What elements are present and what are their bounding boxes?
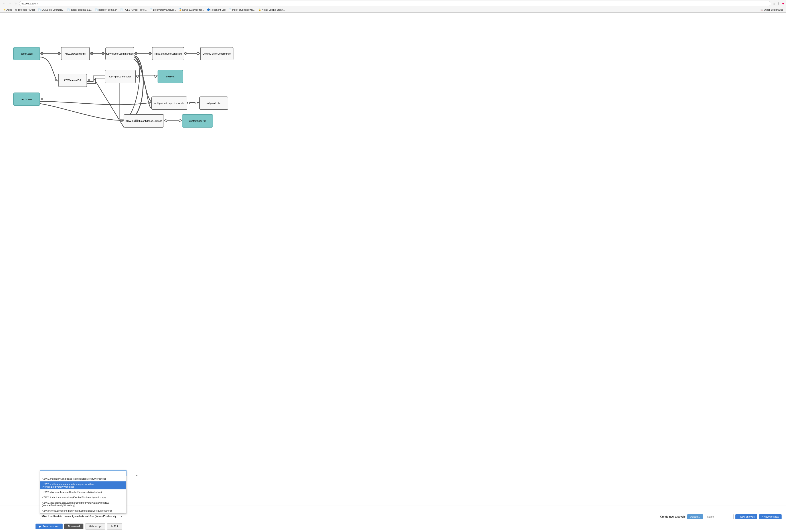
biodiversity-icon: 📄 bbox=[150, 8, 153, 11]
node-ordi-plot-species[interactable]: ordi.plot.with.species.labels bbox=[151, 96, 187, 110]
download-button[interactable]: Download bbox=[64, 524, 83, 529]
connections-svg bbox=[0, 13, 786, 506]
apps-icon: ⚡ bbox=[3, 8, 6, 11]
back-button[interactable]: ← bbox=[2, 1, 6, 6]
forward-button[interactable]: → bbox=[7, 1, 12, 6]
node-ordi-plot-label: ordiPlot bbox=[166, 75, 175, 78]
bookmark-news[interactable]: 🏅 News & Advice for... bbox=[178, 8, 205, 11]
bookmark-pplacer[interactable]: 📄 pplacer_demo.sh bbox=[94, 8, 118, 11]
main-content: comm.total KBW.bray.curtis.dist KBW.clus… bbox=[0, 13, 786, 532]
workflow-dropdown-list: KBW.1.match.phy.and.traits (KembelBiodiv… bbox=[40, 470, 126, 514]
bookmark-dugsim-label: DUGSIM: Estimate... bbox=[42, 8, 64, 11]
dropdown-option-visualizing[interactable]: KBW.1.visualizing.and.summarizing.biodiv… bbox=[40, 500, 126, 508]
setup-run-button[interactable]: ▶ Setup and run bbox=[36, 524, 63, 529]
connector-kbw-bray-out bbox=[91, 52, 93, 54]
play-icon: ▶ bbox=[39, 525, 41, 528]
dropdown-option-traits[interactable]: KBW.1.traits.transformation (KembelBiodi… bbox=[40, 495, 126, 500]
resonant-icon: 🔵 bbox=[207, 8, 210, 11]
news-icon: 🏅 bbox=[179, 8, 182, 11]
upload-button[interactable]: Upload ... bbox=[687, 514, 703, 519]
connector-metadata-out bbox=[41, 98, 43, 100]
workflow-selector[interactable]: KBW.1.multivariate.community.analysis.wo… bbox=[40, 514, 124, 519]
circle-ordi-species-out bbox=[187, 101, 190, 104]
node-kbw-plot-cluster-label: KBW.plot.cluster.diagram bbox=[155, 52, 182, 55]
connector-kbw-metamds-out bbox=[88, 79, 90, 81]
new-workflow-button[interactable]: + New workflow bbox=[759, 514, 782, 519]
node-kbw-plot-cluster[interactable]: KBW.plot.cluster.diagram bbox=[152, 47, 184, 60]
connector-kbw-metamds-in bbox=[55, 79, 57, 81]
ggplot-icon: 📄 bbox=[67, 8, 70, 11]
node-ordi-point-label[interactable]: ordipointLabel bbox=[199, 96, 228, 110]
bookmark-resonant[interactable]: 🔵 Resonant Lab bbox=[206, 8, 227, 11]
node-comm-total[interactable]: comm.total bbox=[13, 47, 40, 60]
bookmark-tutorials[interactable]: ◉ Tutorials • Arbor bbox=[14, 8, 37, 11]
menu-icon[interactable]: ⋮ bbox=[777, 2, 780, 5]
node-metadata[interactable]: metadata bbox=[13, 93, 40, 106]
bookmark-ggplot[interactable]: 📄 Index. ggplot2 2.1... bbox=[66, 8, 93, 11]
pgls-icon: 📄 bbox=[120, 8, 123, 11]
bookmark-index-label: Index of /dna/downl... bbox=[232, 8, 255, 11]
node-kbw-metamds[interactable]: KBW.metaMDS bbox=[58, 74, 87, 87]
new-analysis-button[interactable]: + New analysis bbox=[735, 514, 757, 519]
analysis-name-input[interactable] bbox=[705, 514, 734, 519]
close-icon[interactable]: ● bbox=[782, 2, 784, 5]
tutorials-icon: ◉ bbox=[15, 8, 17, 11]
chevron-down-button[interactable]: ⌄ bbox=[135, 472, 138, 477]
dropdown-option-multivariate[interactable]: KBW.1.multivariate.community.analysis.wo… bbox=[40, 481, 126, 489]
edit-icon: ✎ bbox=[111, 525, 113, 528]
connector-kbw-bray-in bbox=[58, 52, 60, 54]
node-kbw-plot-confidence[interactable]: KBW.plot.with.confidence.Ellipses bbox=[123, 114, 164, 128]
index-icon: 📄 bbox=[229, 8, 231, 11]
dropdown-chevron-icon: ▼ bbox=[120, 515, 123, 517]
dropdown-option-phy-viz[interactable]: KBW.1.phy.visualization (KembelBiodivers… bbox=[40, 489, 126, 495]
star-icon[interactable]: ☆ bbox=[772, 2, 776, 5]
dugsim-icon: 📄 bbox=[38, 8, 41, 11]
action-buttons-row: ▶ Setup and run Download Hide script ✎ E… bbox=[36, 523, 122, 530]
node-kbw-plot-site[interactable]: KBW.plot.site.scores bbox=[105, 70, 136, 83]
bottom-toolbar: KBW.1.match.phy.and.traits (KembelBiodiv… bbox=[0, 506, 786, 532]
node-kbw-bray[interactable]: KBW.bray.curtis.dist bbox=[61, 47, 90, 60]
refresh-button[interactable]: ↻ bbox=[13, 1, 18, 6]
bookmark-netid[interactable]: 🔒 NetID Login | Stony... bbox=[257, 8, 286, 11]
bookmark-other[interactable]: 📖 Other Bookmarks bbox=[759, 8, 784, 11]
workflow-selector-container: KBW.1.match.phy.and.traits (KembelBiodiv… bbox=[40, 514, 124, 519]
bookmark-ggplot-label: Index. ggplot2 2.1... bbox=[71, 8, 92, 11]
bookmark-apps[interactable]: ⚡ Apps bbox=[2, 8, 13, 11]
node-metadata-label: metadata bbox=[22, 98, 32, 100]
circle-ordi-point-in bbox=[195, 101, 198, 104]
bookmark-other-label: Other Bookmarks bbox=[764, 8, 783, 11]
node-kbw-cluster-label: KBW.cluster.communities bbox=[106, 52, 134, 55]
node-kbw-plot-confidence-label: KBW.plot.with.confidence.Ellipses bbox=[125, 120, 162, 122]
bookmark-pgls[interactable]: 📄 PGLS • Arbor - refe... bbox=[119, 8, 148, 11]
dropdown-option-inverse[interactable]: KBW.Inverse.Simpsons.BoxPlots (KembelBio… bbox=[40, 508, 126, 513]
bookmarks-bar: ⚡ Apps ◉ Tutorials • Arbor 📄 DUGSIM: Est… bbox=[0, 7, 786, 13]
circle-kbw-confidence-out bbox=[164, 119, 167, 122]
hide-script-button[interactable]: Hide script bbox=[85, 523, 106, 530]
node-kbw-metamds-label: KBW.metaMDS bbox=[64, 79, 81, 82]
bookmark-biodiversity-label: Biodiversity analysi... bbox=[153, 8, 176, 11]
circle-custom-ordi-in bbox=[179, 119, 182, 122]
node-custom-ordi-plot[interactable]: CustomOrdiPlot bbox=[182, 114, 213, 128]
node-kbw-cluster[interactable]: KBW.cluster.communities bbox=[106, 47, 134, 60]
bookmark-dugsim[interactable]: 📄 DUGSIM: Estimate... bbox=[37, 8, 66, 11]
node-ordi-plot[interactable]: ordiPlot bbox=[158, 70, 183, 83]
url-bar[interactable] bbox=[19, 1, 771, 6]
node-comm-total-label: comm.total bbox=[21, 52, 32, 55]
connector-kbw-confidence-in-1 bbox=[120, 120, 122, 122]
bookmark-pplacer-label: pplacer_demo.sh bbox=[98, 8, 117, 11]
browser-icons: ☆ ⋮ ● bbox=[772, 2, 784, 5]
circle-kbw-plot-site-out bbox=[136, 75, 139, 78]
node-comm-cluster-dendro[interactable]: CommClusterDendrogram bbox=[200, 47, 233, 60]
circle-kbw-plot-cluster-out bbox=[184, 52, 187, 55]
create-analysis-area: Create new analysis Upload ... + New ana… bbox=[660, 514, 782, 519]
browser-chrome: ← → ↻ ☆ ⋮ ● ⚡ Apps ◉ Tutorials • Arbor 📄… bbox=[0, 0, 786, 13]
bookmark-index[interactable]: 📄 Index of /dna/downl... bbox=[228, 8, 257, 11]
workflow-search-input[interactable] bbox=[40, 470, 126, 476]
netid-icon: 🔒 bbox=[258, 8, 261, 11]
browser-toolbar: ← → ↻ ☆ ⋮ ● bbox=[0, 0, 786, 7]
node-ordi-plot-species-label: ordi.plot.with.species.labels bbox=[155, 102, 184, 105]
edit-button[interactable]: ✎ Edit bbox=[107, 523, 122, 530]
bookmark-biodiversity[interactable]: 📄 Biodiversity analysi... bbox=[148, 8, 177, 11]
dropdown-option-match-phy[interactable]: KBW.1.match.phy.and.traits (KembelBiodiv… bbox=[40, 476, 126, 481]
bookmark-news-label: News & Advice for... bbox=[182, 8, 204, 11]
